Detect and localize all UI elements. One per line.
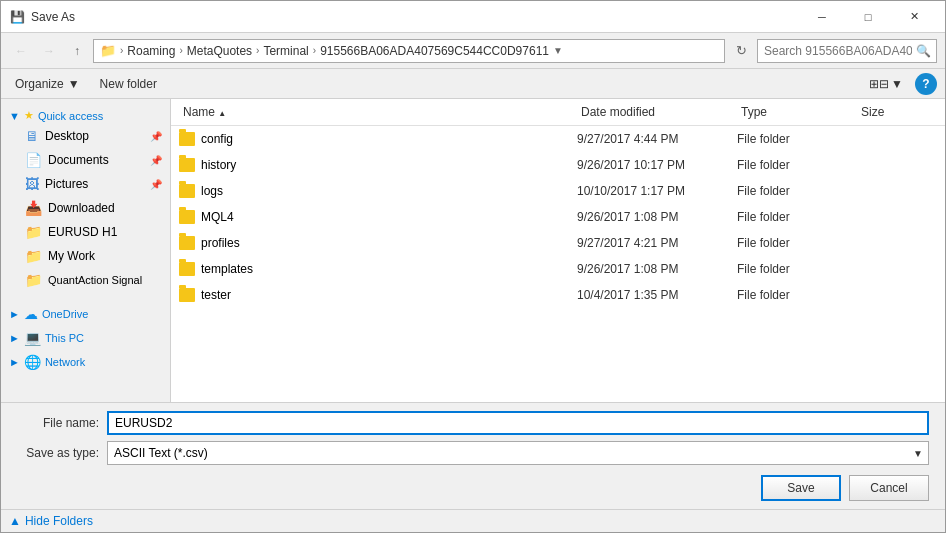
file-name: templates (201, 262, 253, 276)
refresh-button[interactable]: ↻ (729, 39, 753, 63)
file-name-cell: profiles (179, 236, 577, 250)
title-bar-buttons: ─ □ ✕ (799, 1, 937, 33)
search-wrap: 🔍 (757, 39, 937, 63)
breadcrumb-hash[interactable]: 915566BA06ADA407569C544CC0D97611 (320, 44, 549, 58)
minimize-button[interactable]: ─ (799, 1, 845, 33)
pin-icon-pics: 📌 (150, 179, 162, 190)
sidebar-item-eurusd[interactable]: 📁 EURUSD H1 (1, 220, 170, 244)
sidebar-item-desktop[interactable]: 🖥 Desktop 📌 (1, 124, 170, 148)
quantaction-label: QuantAction Signal (48, 274, 142, 286)
organize-arrow-icon: ▼ (68, 77, 80, 91)
pictures-label: Pictures (45, 177, 88, 191)
organize-label: Organize (15, 77, 64, 91)
desktop-icon: 🖥 (25, 128, 39, 144)
hide-folders-row[interactable]: ▲ Hide Folders (1, 509, 945, 532)
close-button[interactable]: ✕ (891, 1, 937, 33)
search-input[interactable] (757, 39, 937, 63)
savetype-label: Save as type: (17, 446, 107, 460)
file-date: 10/10/2017 1:17 PM (577, 184, 737, 198)
sidebar-item-quantaction[interactable]: 📁 QuantAction Signal (1, 268, 170, 292)
maximize-button[interactable]: □ (845, 1, 891, 33)
sidebar-item-downloaded[interactable]: 📥 Downloaded (1, 196, 170, 220)
cancel-button[interactable]: Cancel (849, 475, 929, 501)
forward-button[interactable]: → (37, 39, 61, 63)
eurusd-icon: 📁 (25, 224, 42, 240)
help-button[interactable]: ? (915, 73, 937, 95)
breadcrumb-terminal[interactable]: Terminal (263, 44, 308, 58)
table-row[interactable]: history 9/26/2017 10:17 PM File folder (171, 152, 945, 178)
organize-button[interactable]: Organize ▼ (9, 73, 86, 95)
file-name: config (201, 132, 233, 146)
col-header-date[interactable]: Date modified (577, 103, 737, 121)
view-button[interactable]: ⊞⊟ ▼ (865, 73, 907, 95)
save-button[interactable]: Save (761, 475, 841, 501)
new-folder-button[interactable]: New folder (94, 73, 163, 95)
col-header-type[interactable]: Type (737, 103, 857, 121)
network-label: Network (45, 356, 85, 368)
view-dropdown-icon: ▼ (891, 77, 903, 91)
sidebar-item-mywork[interactable]: 📁 My Work (1, 244, 170, 268)
onedrive-expand-icon: ► (9, 308, 20, 320)
sidebar-item-pictures[interactable]: 🖼 Pictures 📌 (1, 172, 170, 196)
file-name-cell: logs (179, 184, 577, 198)
folder-icon (179, 184, 195, 198)
window-title: Save As (31, 10, 799, 24)
up-button[interactable]: ↑ (65, 39, 89, 63)
eurusd-label: EURUSD H1 (48, 225, 117, 239)
folder-icon-small: 📁 (100, 43, 116, 58)
onedrive-label: OneDrive (42, 308, 88, 320)
thispc-header[interactable]: ► 💻 This PC (1, 324, 170, 348)
file-list: Name ▲ Date modified Type Size config 9/… (171, 99, 945, 402)
savetype-select[interactable]: ASCII Text (*.csv)CSV (Comma delimited) … (107, 441, 929, 465)
onedrive-header[interactable]: ► ☁ OneDrive (1, 300, 170, 324)
file-type: File folder (737, 210, 857, 224)
sort-arrow-name: ▲ (218, 109, 226, 118)
breadcrumb-bar[interactable]: 📁 › Roaming › MetaQuotes › Terminal › 91… (93, 39, 725, 63)
file-rows-container: config 9/27/2017 4:44 PM File folder his… (171, 126, 945, 308)
breadcrumb-roaming[interactable]: Roaming (127, 44, 175, 58)
table-row[interactable]: tester 10/4/2017 1:35 PM File folder (171, 282, 945, 308)
filename-input[interactable] (107, 411, 929, 435)
table-row[interactable]: logs 10/10/2017 1:17 PM File folder (171, 178, 945, 204)
documents-label: Documents (48, 153, 109, 167)
folder-icon (179, 132, 195, 146)
onedrive-cloud-icon: ☁ (24, 306, 38, 322)
file-date: 10/4/2017 1:35 PM (577, 288, 737, 302)
navigation-toolbar: ← → ↑ 📁 › Roaming › MetaQuotes › Termina… (1, 33, 945, 69)
sidebar: ▼ ★ Quick access 🖥 Desktop 📌 📄 Documents… (1, 99, 171, 402)
file-name-cell: config (179, 132, 577, 146)
table-row[interactable]: config 9/27/2017 4:44 PM File folder (171, 126, 945, 152)
file-date: 9/26/2017 10:17 PM (577, 158, 737, 172)
network-expand-icon: ► (9, 356, 20, 368)
filename-row: File name: (17, 411, 929, 435)
documents-icon: 📄 (25, 152, 42, 168)
network-header[interactable]: ► 🌐 Network (1, 348, 170, 372)
file-name: MQL4 (201, 210, 234, 224)
back-button[interactable]: ← (9, 39, 33, 63)
breadcrumb-metaquotes[interactable]: MetaQuotes (187, 44, 252, 58)
savetype-wrap: ASCII Text (*.csv)CSV (Comma delimited) … (107, 441, 929, 465)
quick-access-label: Quick access (38, 110, 103, 122)
quick-access-star-icon: ★ (24, 109, 34, 122)
table-row[interactable]: profiles 9/27/2017 4:21 PM File folder (171, 230, 945, 256)
mywork-icon: 📁 (25, 248, 42, 264)
col-header-size[interactable]: Size (857, 103, 937, 121)
bottom-panel: File name: Save as type: ASCII Text (*.c… (1, 402, 945, 509)
file-name: profiles (201, 236, 240, 250)
file-date: 9/27/2017 4:21 PM (577, 236, 737, 250)
pin-icon: 📌 (150, 131, 162, 142)
downloaded-icon: 📥 (25, 200, 42, 216)
table-row[interactable]: MQL4 9/26/2017 1:08 PM File folder (171, 204, 945, 230)
quick-access-header[interactable]: ▼ ★ Quick access (1, 103, 170, 124)
file-type: File folder (737, 236, 857, 250)
form-actions: Save Cancel (17, 471, 929, 501)
sidebar-item-documents[interactable]: 📄 Documents 📌 (1, 148, 170, 172)
folder-icon (179, 262, 195, 276)
main-content: ▼ ★ Quick access 🖥 Desktop 📌 📄 Documents… (1, 99, 945, 402)
file-list-header: Name ▲ Date modified Type Size (171, 99, 945, 126)
file-date: 9/26/2017 1:08 PM (577, 210, 737, 224)
col-header-name[interactable]: Name ▲ (179, 103, 577, 121)
table-row[interactable]: templates 9/26/2017 1:08 PM File folder (171, 256, 945, 282)
file-type: File folder (737, 288, 857, 302)
savetype-row: Save as type: ASCII Text (*.csv)CSV (Com… (17, 441, 929, 465)
